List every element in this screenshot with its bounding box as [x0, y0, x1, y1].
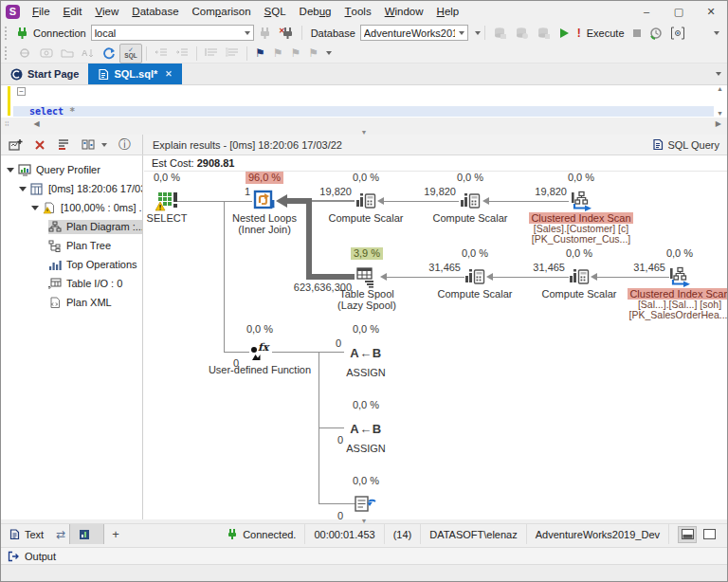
tab-list-caret-icon[interactable]	[716, 72, 721, 76]
bookmark-caret-icon[interactable]	[326, 51, 332, 55]
scroll-down-icon[interactable]: ▼	[717, 110, 723, 117]
session-grid-icon	[30, 183, 45, 195]
snippet-icon[interactable]	[37, 45, 56, 63]
output-panel-header[interactable]: Output	[1, 547, 727, 565]
plan-node-table-spool[interactable]: 3,9 % Table Spool (Lazy Spool)	[315, 247, 419, 311]
toolbar-grip[interactable]	[5, 46, 10, 60]
plan-node-compute-scalar[interactable]: 0,0 % Compute Scalar	[423, 247, 527, 300]
scroll-up-icon[interactable]: ▲	[717, 85, 723, 92]
tree-item-session[interactable]: [0ms] 18:20:06 17/03...	[1, 179, 142, 198]
plan-node-user-defined-function[interactable]: 0,0 % fx User-defined Function	[198, 323, 321, 375]
chevron-down-icon	[245, 31, 250, 35]
menu-help[interactable]: Help	[430, 1, 466, 22]
tree-item-top-operations[interactable]: Top Operations	[1, 255, 142, 274]
next-bookmark-icon[interactable]: ⚑	[288, 45, 304, 63]
plan-diagram-canvas[interactable]: 1 19,820 19,820 19,820 623,636,300 31,46…	[144, 172, 727, 519]
refresh-icon[interactable]	[100, 45, 118, 63]
pane-handle-icon[interactable]: ⁞⁞	[5, 119, 9, 128]
compare-results-icon[interactable]	[82, 138, 107, 151]
user-name: DATASOFT\elenaz	[420, 524, 526, 544]
menu-debug[interactable]: Debug	[293, 1, 338, 22]
plan-node-assign[interactable]: 0,0 % A←B ASSIGN	[323, 399, 409, 454]
expander-icon[interactable]	[19, 187, 27, 191]
open-folder-icon[interactable]	[58, 45, 77, 63]
connect-icon[interactable]	[255, 24, 274, 42]
scroll-left-icon[interactable]: ◀	[33, 119, 39, 128]
menu-window[interactable]: Window	[378, 1, 430, 22]
tab-text-view[interactable]: Text	[1, 524, 52, 544]
maximize-button[interactable]: ▢	[663, 1, 695, 22]
info-icon[interactable]: ⓘ	[118, 136, 131, 154]
tree-item-plan-tree[interactable]: Plan Tree	[1, 236, 142, 255]
document-tabs: Start Page SQL.sql* ✕	[1, 64, 727, 84]
tree-item-query-profiler[interactable]: Query Profiler	[1, 160, 142, 179]
add-profiling-result-icon[interactable]	[9, 138, 23, 152]
tab-profiler-view[interactable]	[69, 524, 104, 544]
toolbar-grip[interactable]	[5, 27, 10, 40]
scroll-right-icon[interactable]: ▶	[716, 119, 721, 128]
layout-bottom-panel-icon[interactable]	[678, 526, 697, 543]
tab-sql-document[interactable]: SQL.sql* ✕	[88, 64, 181, 84]
stop-icon[interactable]	[629, 24, 645, 42]
menu-edit[interactable]: Edit	[57, 1, 89, 22]
indent-decrease-icon[interactable]	[152, 45, 171, 63]
database-select[interactable]: AdventureWorks2019_...	[360, 25, 468, 41]
clear-results-icon[interactable]	[57, 138, 70, 151]
database-task-icon[interactable]	[490, 24, 510, 42]
menu-sql[interactable]: SQL	[258, 1, 293, 22]
plan-node-clustered-index-scan[interactable]: 0,0 % Clustered Index Scan [Sales].[Cust…	[519, 172, 643, 245]
menu-file[interactable]: File	[26, 1, 57, 22]
menu-tools[interactable]: Tools	[338, 1, 378, 22]
disconnect-icon[interactable]: ✕	[276, 24, 297, 42]
toggle-bookmark-icon[interactable]: ⚑	[252, 45, 268, 63]
plan-node-language-element[interactable]: 0,0 %	[323, 475, 409, 516]
tree-item-plan-diagram[interactable]: Plan Diagram :...	[1, 217, 142, 236]
comment-icon[interactable]	[202, 45, 221, 63]
menu-comparison[interactable]: Comparison	[186, 1, 258, 22]
tree-item-plan-xml[interactable]: Plan XML	[1, 293, 142, 312]
minimize-button[interactable]: –	[630, 1, 663, 22]
plan-node-compute-scalar[interactable]: 0,0 % Compute Scalar	[314, 172, 418, 224]
code-fold-icon[interactable]: −	[17, 87, 26, 96]
plan-node-clustered-index-scan[interactable]: 0,0 % Clustered Index Scan [Sal...].[Sal…	[617, 247, 727, 320]
layout-full-panel-icon[interactable]	[700, 526, 719, 543]
status-bar: Text ⇄ + Connected. 00:00:01.453 (14) DA…	[1, 523, 727, 544]
clear-bookmarks-icon[interactable]: ⚑	[305, 45, 321, 63]
menu-view[interactable]: View	[88, 1, 125, 22]
add-view-button[interactable]: +	[104, 527, 127, 541]
tree-item-query-unit[interactable]: [100,00% : 0ms] ...	[1, 198, 142, 217]
run-icon[interactable]	[555, 24, 573, 42]
plan-node-assign[interactable]: 0,0 % A←B ASSIGN	[323, 323, 409, 378]
plan-node-nested-loops[interactable]: 96,0 % Nested Loops (Inner Join)	[212, 172, 317, 235]
database-refresh-icon[interactable]	[512, 24, 532, 42]
editor-vertical-scrollbar[interactable]: ▲ ▼	[714, 85, 726, 117]
menu-database[interactable]: Database	[125, 1, 185, 22]
plan-node-select[interactable]: 0,0 % SELECT	[144, 172, 200, 224]
connection-select[interactable]: local	[91, 25, 254, 41]
close-button[interactable]: ✕	[695, 1, 727, 22]
plan-node-compute-scalar[interactable]: 0,0 % Compute Scalar	[418, 172, 522, 224]
plan-node-compute-scalar[interactable]: 0,0 % Compute Scalar	[527, 247, 631, 300]
validate-sql-button[interactable]: ✓ SQL	[119, 44, 142, 64]
toolbar-overflow-caret-icon[interactable]	[714, 31, 719, 35]
database-edit-icon[interactable]	[534, 24, 554, 42]
sort-icon[interactable]: A	[79, 45, 98, 63]
execute-bang-icon: !	[577, 27, 581, 40]
uncomment-icon[interactable]	[223, 45, 242, 63]
previous-bookmark-icon[interactable]: ⚑	[270, 45, 286, 63]
new-connection-icon[interactable]	[15, 27, 28, 40]
query-profiling-mode-icon[interactable]	[667, 24, 688, 42]
tab-start-page[interactable]: Start Page	[1, 64, 88, 84]
divider	[484, 26, 485, 40]
database-options-caret-icon[interactable]	[475, 31, 481, 35]
tree-item-table-io[interactable]: Table I/O : 0	[1, 274, 142, 293]
close-tab-icon[interactable]: ✕	[165, 69, 173, 79]
delete-result-icon[interactable]	[34, 139, 46, 151]
format-icon[interactable]	[16, 45, 35, 63]
history-icon[interactable]	[646, 24, 665, 42]
execute-button[interactable]: ! Execute	[574, 24, 628, 42]
indent-increase-icon[interactable]	[173, 45, 191, 63]
expander-icon[interactable]	[7, 168, 14, 173]
swap-views-icon[interactable]: ⇄	[52, 528, 69, 541]
expander-icon[interactable]	[31, 206, 39, 210]
